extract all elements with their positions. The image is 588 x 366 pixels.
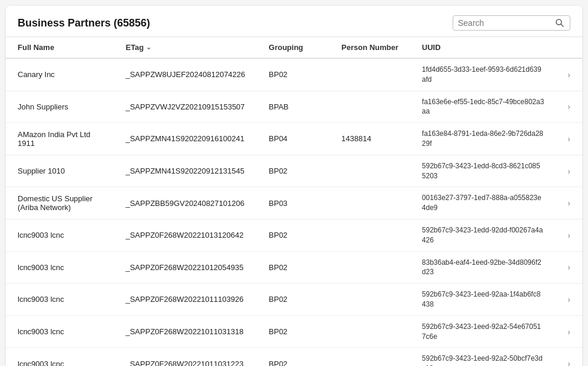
cell-arrow[interactable]: › [556,251,582,284]
table-header-row: Full Name ETag ⌄ Grouping Person Number [6,37,582,58]
chevron-right-icon: › [567,262,570,272]
col-header-person-number: Person Number [330,37,410,58]
col-header-grouping: Grouping [257,37,330,58]
cell-uuid: 592b67c9-3423-1edd-8cd3-8621c0855203 [410,155,556,187]
cell-person-number [330,187,410,219]
cell-person-number [330,155,410,187]
cell-person-number [330,58,410,91]
cell-arrow[interactable]: › [556,284,582,316]
page-container: Business Partners (65856) Full Name [6,6,582,366]
chevron-right-icon: › [567,359,570,366]
table-container: Full Name ETag ⌄ Grouping Person Number [6,37,582,366]
cell-arrow[interactable]: › [556,187,582,219]
cell-uuid: fa163e84-8791-1eda-86e2-9b726da2829f [410,123,556,155]
table-row[interactable]: lcnc9003 lcnc _SAPPZ0F268W20221013120642… [6,219,582,251]
cell-etag: _SAPPZW8UJEF20240812074226 [114,58,257,91]
cell-fullname: lcnc9003 lcnc [6,219,114,251]
business-partners-table: Full Name ETag ⌄ Grouping Person Number [6,37,582,366]
table-row[interactable]: AMazon India Pvt Ltd 1911 _SAPPZMN41S920… [6,123,582,155]
table-row[interactable]: lcnc9003 lcnc _SAPPZ0F268W20221011031318… [6,315,582,348]
cell-arrow[interactable]: › [556,219,582,251]
cell-etag: _SAPPZ0F268W20221011031223 [114,348,257,366]
cell-uuid: 592b67c9-3423-1eed-92a2-50bcf7e3dc18 [410,348,556,366]
chevron-right-icon: › [567,327,570,337]
page-header: Business Partners (65856) [6,6,582,37]
cell-fullname: Canary Inc [6,58,114,91]
col-header-fullname: Full Name [6,37,114,58]
table-row[interactable]: John Suppliers _SAPPZVWJ2VZ2021091515350… [6,91,582,123]
chevron-right-icon: › [567,102,570,111]
cell-fullname: lcnc9003 lcnc [6,251,114,284]
cell-grouping: BP02 [257,251,330,284]
col-header-uuid: UUID [410,37,556,58]
cell-person-number: 1438814 [330,123,410,155]
table-row[interactable]: Supplier 1010 _SAPPZMN41S920220912131545… [6,155,582,187]
search-button[interactable] [555,18,564,28]
cell-uuid: fa163e6e-ef55-1edc-85c7-49bce802a3aa [410,91,556,123]
cell-arrow[interactable]: › [556,58,582,91]
table-row[interactable]: lcnc9003 lcnc _SAPPZ0F268W20221011031223… [6,348,582,366]
cell-arrow[interactable]: › [556,91,582,123]
cell-grouping: BP02 [257,315,330,348]
cell-fullname: John Suppliers [6,91,114,123]
cell-arrow[interactable]: › [556,123,582,155]
chevron-right-icon: › [567,70,570,79]
cell-uuid: 00163e27-3797-1ed7-888a-a055823e4de9 [410,187,556,219]
cell-etag: _SAPPZMN41S920220912131545 [114,155,257,187]
chevron-right-icon: › [567,167,570,176]
table-row[interactable]: Domestic US Supplier (Ariba Network) _SA… [6,187,582,219]
cell-person-number [330,315,410,348]
cell-grouping: BP02 [257,284,330,316]
svg-line-1 [561,24,563,26]
cell-person-number [330,219,410,251]
table-row[interactable]: Canary Inc _SAPPZW8UJEF20240812074226 BP… [6,58,582,91]
page-title: Business Partners (65856) [18,17,150,29]
chevron-right-icon: › [567,231,570,240]
cell-fullname: lcnc9003 lcnc [6,315,114,348]
sort-icon: ⌄ [146,44,151,51]
cell-fullname: lcnc9003 lcnc [6,348,114,366]
cell-grouping: BPAB [257,91,330,123]
cell-person-number [330,91,410,123]
table-row[interactable]: lcnc9003 lcnc _SAPPZ0F268W20221012054935… [6,251,582,284]
cell-etag: _SAPPZ0F268W20221011103926 [114,284,257,316]
cell-uuid: 1fd4d655-3d33-1eef-9593-6d621d639afd [410,58,556,91]
cell-uuid: 83b36ab4-eaf4-1eed-92be-34d8096f2d23 [410,251,556,284]
cell-fullname: lcnc9003 lcnc [6,284,114,316]
cell-fullname: Supplier 1010 [6,155,114,187]
cell-person-number [330,251,410,284]
cell-uuid: 592b67c9-3423-1eed-92aa-1f4ab6fc8438 [410,284,556,316]
cell-arrow[interactable]: › [556,315,582,348]
cell-uuid: 592b67c9-3423-1edd-92dd-f00267a4a426 [410,219,556,251]
cell-fullname: AMazon India Pvt Ltd 1911 [6,123,114,155]
cell-grouping: BP03 [257,187,330,219]
table-row[interactable]: lcnc9003 lcnc _SAPPZ0F268W20221011103926… [6,284,582,316]
chevron-right-icon: › [567,295,570,304]
search-input[interactable] [458,18,555,28]
cell-etag: _SAPPZBB59GV20240827101206 [114,187,257,219]
col-header-etag[interactable]: ETag ⌄ [114,37,257,58]
cell-etag: _SAPPZ0F268W20221011031318 [114,315,257,348]
chevron-right-icon: › [567,134,570,144]
cell-etag: _SAPPZ0F268W20221012054935 [114,251,257,284]
col-header-arrow [556,37,582,58]
chevron-right-icon: › [567,198,570,208]
cell-person-number [330,284,410,316]
cell-arrow[interactable]: › [556,348,582,366]
cell-grouping: BP02 [257,219,330,251]
cell-uuid: 592b67c9-3423-1eed-92a2-54e670517c6e [410,315,556,348]
search-icon [555,18,564,28]
cell-grouping: BP02 [257,58,330,91]
cell-etag: _SAPPZMN41S920220916100241 [114,123,257,155]
cell-etag: _SAPPZ0F268W20221013120642 [114,219,257,251]
cell-etag: _SAPPZVWJ2VZ20210915153507 [114,91,257,123]
search-box[interactable] [453,15,570,31]
cell-fullname: Domestic US Supplier (Ariba Network) [6,187,114,219]
cell-grouping: BP02 [257,348,330,366]
cell-arrow[interactable]: › [556,155,582,187]
cell-grouping: BP02 [257,155,330,187]
cell-grouping: BP04 [257,123,330,155]
cell-person-number [330,348,410,366]
